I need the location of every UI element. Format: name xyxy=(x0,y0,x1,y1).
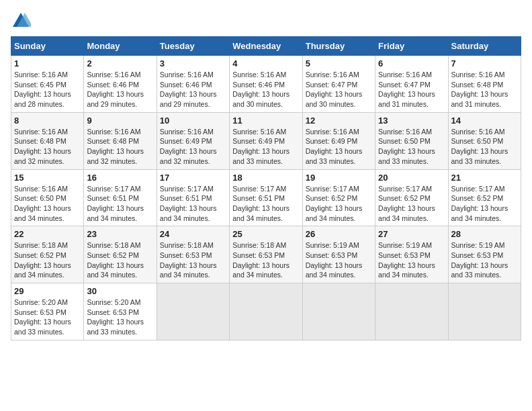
calendar-cell: 1 Sunrise: 5:16 AMSunset: 6:45 PMDayligh… xyxy=(11,56,84,113)
day-number: 12 xyxy=(306,116,372,126)
day-info: Sunrise: 5:16 AMSunset: 6:46 PMDaylight:… xyxy=(232,71,290,108)
calendar-cell: 27 Sunrise: 5:19 AMSunset: 6:53 PMDaylig… xyxy=(375,226,448,283)
calendar-cell: 5 Sunrise: 5:16 AMSunset: 6:47 PMDayligh… xyxy=(302,56,375,113)
calendar-cell: 2 Sunrise: 5:16 AMSunset: 6:46 PMDayligh… xyxy=(84,56,157,113)
day-info: Sunrise: 5:16 AMSunset: 6:50 PMDaylight:… xyxy=(451,128,508,165)
calendar-cell: 7 Sunrise: 5:16 AMSunset: 6:48 PMDayligh… xyxy=(448,56,521,113)
day-info: Sunrise: 5:16 AMSunset: 6:46 PMDaylight:… xyxy=(160,71,217,108)
day-info: Sunrise: 5:16 AMSunset: 6:45 PMDaylight:… xyxy=(14,71,71,108)
calendar-cell: 23 Sunrise: 5:18 AMSunset: 6:52 PMDaylig… xyxy=(84,226,157,283)
calendar-cell: 8 Sunrise: 5:16 AMSunset: 6:48 PMDayligh… xyxy=(11,112,84,169)
day-number: 6 xyxy=(378,58,445,68)
day-info: Sunrise: 5:19 AMSunset: 6:53 PMDaylight:… xyxy=(451,241,508,279)
day-info: Sunrise: 5:19 AMSunset: 6:53 PMDaylight:… xyxy=(306,241,363,279)
calendar-cell: 22 Sunrise: 5:18 AMSunset: 6:52 PMDaylig… xyxy=(11,226,84,283)
day-info: Sunrise: 5:16 AMSunset: 6:46 PMDaylight:… xyxy=(87,71,144,108)
calendar-week-4: 22 Sunrise: 5:18 AMSunset: 6:52 PMDaylig… xyxy=(11,226,521,283)
day-number: 1 xyxy=(14,58,81,68)
calendar-cell: 10 Sunrise: 5:16 AMSunset: 6:49 PMDaylig… xyxy=(157,112,229,169)
day-info: Sunrise: 5:17 AMSunset: 6:52 PMDaylight:… xyxy=(378,185,435,222)
day-number: 18 xyxy=(232,173,299,183)
day-number: 26 xyxy=(306,229,372,239)
logo xyxy=(11,11,34,31)
day-info: Sunrise: 5:18 AMSunset: 6:52 PMDaylight:… xyxy=(14,241,71,279)
day-info: Sunrise: 5:16 AMSunset: 6:47 PMDaylight:… xyxy=(378,71,435,108)
calendar-header-row: SundayMondayTuesdayWednesdayThursdayFrid… xyxy=(11,37,521,56)
day-header-monday: Monday xyxy=(84,37,157,56)
day-info: Sunrise: 5:17 AMSunset: 6:51 PMDaylight:… xyxy=(232,185,290,222)
calendar-cell: 24 Sunrise: 5:18 AMSunset: 6:53 PMDaylig… xyxy=(157,226,229,283)
calendar-cell: 28 Sunrise: 5:19 AMSunset: 6:53 PMDaylig… xyxy=(448,226,521,283)
day-number: 11 xyxy=(232,116,299,126)
day-number: 2 xyxy=(87,58,153,68)
day-info: Sunrise: 5:18 AMSunset: 6:53 PMDaylight:… xyxy=(160,241,217,279)
day-number: 4 xyxy=(232,58,299,68)
calendar-cell xyxy=(157,283,229,340)
calendar-cell: 11 Sunrise: 5:16 AMSunset: 6:49 PMDaylig… xyxy=(230,112,302,169)
day-info: Sunrise: 5:18 AMSunset: 6:52 PMDaylight:… xyxy=(87,241,144,279)
day-info: Sunrise: 5:17 AMSunset: 6:51 PMDaylight:… xyxy=(87,185,144,222)
day-number: 19 xyxy=(306,173,372,183)
day-number: 3 xyxy=(160,58,226,68)
day-header-thursday: Thursday xyxy=(302,37,375,56)
day-info: Sunrise: 5:16 AMSunset: 6:49 PMDaylight:… xyxy=(306,128,363,165)
calendar-cell: 26 Sunrise: 5:19 AMSunset: 6:53 PMDaylig… xyxy=(302,226,375,283)
day-number: 20 xyxy=(378,173,445,183)
calendar-cell: 12 Sunrise: 5:16 AMSunset: 6:49 PMDaylig… xyxy=(302,112,375,169)
calendar-cell: 15 Sunrise: 5:16 AMSunset: 6:50 PMDaylig… xyxy=(11,169,84,226)
day-info: Sunrise: 5:16 AMSunset: 6:48 PMDaylight:… xyxy=(451,71,508,108)
day-number: 16 xyxy=(87,173,153,183)
day-header-saturday: Saturday xyxy=(448,37,521,56)
day-number: 10 xyxy=(160,116,226,126)
day-header-tuesday: Tuesday xyxy=(157,37,229,56)
logo-icon xyxy=(11,11,31,31)
day-number: 14 xyxy=(451,116,518,126)
day-info: Sunrise: 5:17 AMSunset: 6:51 PMDaylight:… xyxy=(160,185,217,222)
day-number: 30 xyxy=(87,286,153,296)
calendar-cell: 18 Sunrise: 5:17 AMSunset: 6:51 PMDaylig… xyxy=(230,169,302,226)
header xyxy=(11,11,521,31)
day-info: Sunrise: 5:19 AMSunset: 6:53 PMDaylight:… xyxy=(378,241,435,279)
calendar-cell: 6 Sunrise: 5:16 AMSunset: 6:47 PMDayligh… xyxy=(375,56,448,113)
day-info: Sunrise: 5:16 AMSunset: 6:48 PMDaylight:… xyxy=(14,128,71,165)
calendar-cell xyxy=(448,283,521,340)
calendar-cell: 19 Sunrise: 5:17 AMSunset: 6:52 PMDaylig… xyxy=(302,169,375,226)
day-number: 8 xyxy=(14,116,81,126)
day-info: Sunrise: 5:16 AMSunset: 6:50 PMDaylight:… xyxy=(378,128,435,165)
day-number: 5 xyxy=(306,58,372,68)
calendar-cell xyxy=(375,283,448,340)
calendar-cell: 14 Sunrise: 5:16 AMSunset: 6:50 PMDaylig… xyxy=(448,112,521,169)
calendar-week-1: 1 Sunrise: 5:16 AMSunset: 6:45 PMDayligh… xyxy=(11,56,521,113)
day-header-friday: Friday xyxy=(375,37,448,56)
calendar-week-2: 8 Sunrise: 5:16 AMSunset: 6:48 PMDayligh… xyxy=(11,112,521,169)
calendar-cell: 30 Sunrise: 5:20 AMSunset: 6:53 PMDaylig… xyxy=(84,283,157,340)
day-number: 29 xyxy=(14,286,81,296)
calendar-cell: 4 Sunrise: 5:16 AMSunset: 6:46 PMDayligh… xyxy=(230,56,302,113)
day-number: 27 xyxy=(378,229,445,239)
day-info: Sunrise: 5:20 AMSunset: 6:53 PMDaylight:… xyxy=(87,298,144,336)
day-number: 24 xyxy=(160,229,226,239)
day-number: 15 xyxy=(14,173,81,183)
calendar-cell: 3 Sunrise: 5:16 AMSunset: 6:46 PMDayligh… xyxy=(157,56,229,113)
day-info: Sunrise: 5:16 AMSunset: 6:47 PMDaylight:… xyxy=(306,71,363,108)
day-number: 23 xyxy=(87,229,153,239)
day-number: 17 xyxy=(160,173,226,183)
day-info: Sunrise: 5:20 AMSunset: 6:53 PMDaylight:… xyxy=(14,298,71,336)
day-info: Sunrise: 5:17 AMSunset: 6:52 PMDaylight:… xyxy=(451,185,508,222)
day-number: 25 xyxy=(232,229,299,239)
calendar-cell: 20 Sunrise: 5:17 AMSunset: 6:52 PMDaylig… xyxy=(375,169,448,226)
calendar-cell xyxy=(230,283,302,340)
day-header-wednesday: Wednesday xyxy=(230,37,302,56)
day-info: Sunrise: 5:17 AMSunset: 6:52 PMDaylight:… xyxy=(306,185,363,222)
day-info: Sunrise: 5:16 AMSunset: 6:49 PMDaylight:… xyxy=(232,128,290,165)
calendar-cell: 25 Sunrise: 5:18 AMSunset: 6:53 PMDaylig… xyxy=(230,226,302,283)
calendar-week-3: 15 Sunrise: 5:16 AMSunset: 6:50 PMDaylig… xyxy=(11,169,521,226)
day-number: 28 xyxy=(451,229,518,239)
day-number: 21 xyxy=(451,173,518,183)
calendar-week-5: 29 Sunrise: 5:20 AMSunset: 6:53 PMDaylig… xyxy=(11,283,521,340)
day-info: Sunrise: 5:16 AMSunset: 6:50 PMDaylight:… xyxy=(14,185,71,222)
day-info: Sunrise: 5:18 AMSunset: 6:53 PMDaylight:… xyxy=(232,241,290,279)
day-number: 9 xyxy=(87,116,153,126)
day-info: Sunrise: 5:16 AMSunset: 6:49 PMDaylight:… xyxy=(160,128,217,165)
calendar-cell: 21 Sunrise: 5:17 AMSunset: 6:52 PMDaylig… xyxy=(448,169,521,226)
